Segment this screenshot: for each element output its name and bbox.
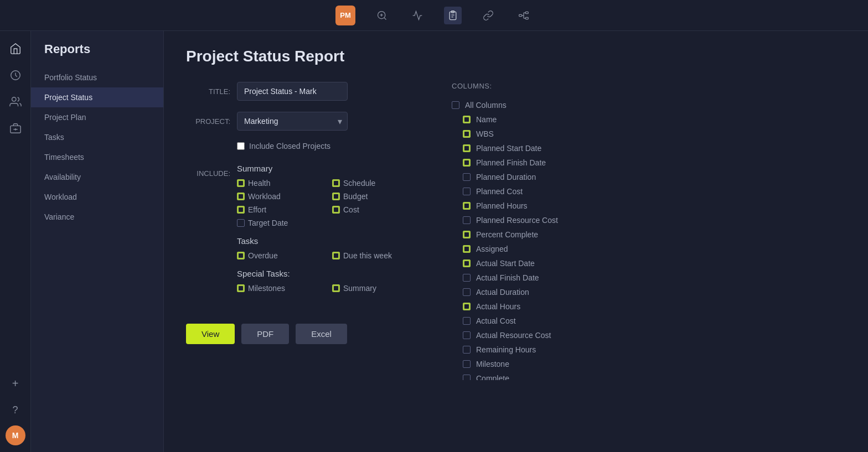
project-row: PROJECT: Marketing Development Design Sa… — [186, 112, 418, 131]
col-name-checkbox[interactable] — [463, 116, 471, 123]
col-planned-resource-cost: Planned Resource Cost — [452, 213, 844, 227]
sidebar-item-project-plan[interactable]: Project Plan — [31, 107, 163, 127]
col-actual-resource-cost: Actual Resource Cost — [452, 328, 844, 342]
col-actual-cost: Actual Cost — [452, 314, 844, 328]
cb-target-date: Target Date — [237, 219, 323, 227]
nav-briefcase-icon[interactable] — [4, 117, 27, 139]
content-area: Project Status Report TITLE: PROJECT: Ma… — [164, 31, 868, 452]
nav-avatar[interactable]: M — [6, 425, 25, 445]
columns-label: COLUMNS: — [452, 82, 846, 90]
special-tasks-title: Special Tasks: — [237, 269, 418, 278]
link-icon[interactable] — [479, 7, 497, 24]
cb-budget-box[interactable] — [332, 193, 340, 200]
include-section-row: INCLUDE: Summary Health Schedule — [186, 164, 418, 302]
pdf-button[interactable]: PDF — [241, 324, 289, 344]
col-actual-cost-checkbox[interactable] — [463, 317, 471, 325]
col-actual-finish-date: Actual Finish Date — [452, 271, 844, 285]
svg-rect-3 — [519, 14, 522, 16]
svg-rect-5 — [525, 17, 528, 19]
col-planned-finish-date: Planned Finish Date — [452, 155, 844, 170]
special-tasks-grid: Milestones Summary — [237, 284, 418, 293]
cb-schedule-box[interactable] — [332, 179, 340, 187]
excel-button[interactable]: Excel — [296, 324, 347, 344]
col-actual-resource-cost-checkbox[interactable] — [463, 331, 471, 339]
cb-cost-box[interactable] — [332, 206, 340, 214]
nav-users-icon[interactable] — [4, 91, 27, 113]
cb-summary: Summary — [332, 284, 418, 293]
columns-list: All Columns Name WBS Planned Start Date — [452, 98, 846, 380]
svg-point-7 — [12, 97, 16, 101]
pm-logo[interactable]: PM — [335, 6, 355, 25]
sidebar-item-tasks[interactable]: Tasks — [31, 127, 163, 147]
summary-title: Summary — [237, 164, 418, 173]
nav-home-icon[interactable] — [4, 38, 27, 60]
clipboard-icon[interactable] — [444, 7, 462, 24]
col-actual-duration-checkbox[interactable] — [463, 288, 471, 296]
nav-add-icon[interactable]: + — [4, 372, 27, 394]
nav-help-icon[interactable]: ? — [4, 399, 27, 421]
sidebar-item-workload[interactable]: Workload — [31, 187, 163, 207]
hierarchy-icon[interactable] — [515, 7, 533, 24]
cb-workload: Workload — [237, 192, 323, 201]
col-remaining-hours: Remaining Hours — [452, 342, 844, 357]
cb-budget: Budget — [332, 192, 418, 201]
project-select[interactable]: Marketing Development Design Sales — [237, 112, 348, 131]
col-actual-hours-checkbox[interactable] — [463, 303, 471, 310]
include-closed-checkbox[interactable] — [237, 142, 245, 150]
project-select-wrapper: Marketing Development Design Sales ▾ — [237, 112, 348, 131]
title-input[interactable] — [237, 82, 348, 101]
col-complete-checkbox[interactable] — [463, 375, 471, 380]
col-milestone: Milestone — [452, 357, 844, 371]
main-layout: + ? M Reports Portfolio Status Project S… — [0, 31, 868, 452]
col-assigned-checkbox[interactable] — [463, 245, 471, 253]
col-planned-finish-date-checkbox[interactable] — [463, 159, 471, 167]
sidebar-item-availability[interactable]: Availability — [31, 167, 163, 187]
col-planned-cost-checkbox[interactable] — [463, 188, 471, 195]
view-button[interactable]: View — [186, 324, 235, 344]
sidebar-item-project-status[interactable]: Project Status — [31, 87, 163, 107]
cb-workload-box[interactable] — [237, 193, 245, 200]
cb-health-box[interactable] — [237, 179, 245, 187]
cb-milestones: Milestones — [237, 284, 323, 293]
col-actual-duration: Actual Duration — [452, 285, 844, 299]
col-all-columns-checkbox[interactable] — [452, 101, 459, 109]
col-actual-finish-date-checkbox[interactable] — [463, 274, 471, 282]
sidebar-item-portfolio-status[interactable]: Portfolio Status — [31, 67, 163, 87]
col-planned-hours-checkbox[interactable] — [463, 202, 471, 210]
tasks-title: Tasks — [237, 236, 418, 246]
cb-effort-box[interactable] — [237, 206, 245, 214]
col-planned-cost: Planned Cost — [452, 184, 844, 199]
cb-summary-box[interactable] — [332, 284, 340, 292]
sidebar-item-variance[interactable]: Variance — [31, 207, 163, 227]
top-toolbar: PM — [0, 0, 868, 31]
svg-rect-4 — [525, 12, 528, 13]
search-zoom-icon[interactable] — [373, 7, 391, 24]
cb-overdue-box[interactable] — [237, 252, 245, 259]
cb-milestones-box[interactable] — [237, 284, 245, 292]
col-actual-start-date-checkbox[interactable] — [463, 259, 471, 267]
col-percent-complete: Percent Complete — [452, 227, 844, 242]
cb-schedule: Schedule — [332, 179, 418, 188]
col-all-columns: All Columns — [452, 98, 844, 112]
col-planned-start-date-checkbox[interactable] — [463, 144, 471, 152]
sidebar-item-timesheets[interactable]: Timesheets — [31, 147, 163, 167]
col-percent-complete-checkbox[interactable] — [463, 231, 471, 238]
col-planned-duration-checkbox[interactable] — [463, 173, 471, 181]
tasks-grid: Overdue Due this week — [237, 251, 418, 260]
cb-due-this-week: Due this week — [332, 251, 418, 260]
include-label: INCLUDE: — [186, 164, 230, 178]
cb-target-date-box[interactable] — [237, 219, 245, 227]
col-actual-hours: Actual Hours — [452, 299, 844, 314]
col-wbs-checkbox[interactable] — [463, 130, 471, 138]
chart-icon[interactable] — [409, 7, 426, 24]
buttons-row: View PDF Excel — [186, 324, 418, 344]
cb-overdue: Overdue — [237, 251, 323, 260]
left-nav: + ? M — [0, 31, 31, 452]
nav-clock-icon[interactable] — [4, 64, 27, 86]
col-assigned: Assigned — [452, 242, 844, 256]
col-remaining-hours-checkbox[interactable] — [463, 346, 471, 354]
cb-health: Health — [237, 179, 323, 188]
col-milestone-checkbox[interactable] — [463, 360, 471, 368]
col-planned-resource-cost-checkbox[interactable] — [463, 216, 471, 224]
cb-due-this-week-box[interactable] — [332, 252, 340, 259]
